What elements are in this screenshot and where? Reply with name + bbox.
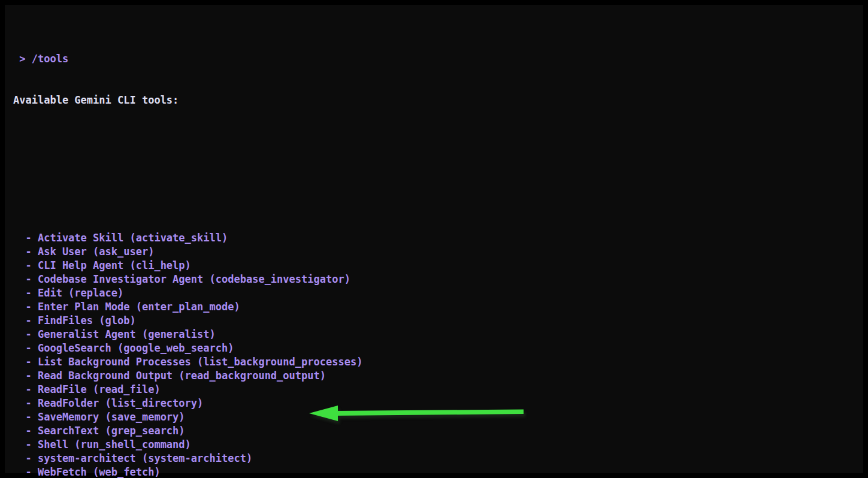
tool-item-enter_plan_mode: - Enter Plan Mode (enter_plan_mode) bbox=[13, 300, 849, 314]
tool-item-generalist: - Generalist Agent (generalist) bbox=[13, 328, 849, 341]
tool-item-replace: - Edit (replace) bbox=[13, 286, 849, 300]
tool-item-google_web_search: - GoogleSearch (google_web_search) bbox=[13, 341, 849, 355]
blank-line bbox=[13, 135, 849, 149]
tool-item-save_memory: - SaveMemory (save_memory) bbox=[13, 410, 849, 424]
tools-header: Available Gemini CLI tools: bbox=[13, 93, 849, 107]
tool-item-activate_skill: - Activate Skill (activate_skill) bbox=[13, 231, 849, 245]
tool-item-web_fetch: - WebFetch (web_fetch) bbox=[13, 465, 849, 478]
tool-item-read_file: - ReadFile (read_file) bbox=[13, 383, 849, 397]
tool-item-system-architect: - system-architect (system-architect) bbox=[13, 452, 849, 465]
tool-item-glob: - FindFiles (glob) bbox=[13, 314, 849, 328]
tool-item-ask_user: - Ask User (ask_user) bbox=[13, 245, 849, 259]
tools-list: - Activate Skill (activate_skill) - Ask … bbox=[13, 190, 849, 478]
tool-item-run_shell_command: - Shell (run_shell_command) bbox=[13, 438, 849, 452]
tool-item-read_background_output: - Read Background Output (read_backgroun… bbox=[13, 369, 849, 383]
terminal-window: > /tools Available Gemini CLI tools: - A… bbox=[0, 0, 868, 478]
command-line: > /tools bbox=[13, 52, 849, 66]
tool-item-cli_help: - CLI Help Agent (cli_help) bbox=[13, 259, 849, 273]
tool-item-codebase_investigator: - Codebase Investigator Agent (codebase_… bbox=[13, 273, 849, 286]
tool-item-list_directory: - ReadFolder (list_directory) bbox=[13, 397, 849, 410]
tool-item-list_background_processes: - List Background Processes (list_backgr… bbox=[13, 355, 849, 369]
tool-item-grep_search: - SearchText (grep_search) bbox=[13, 424, 849, 438]
